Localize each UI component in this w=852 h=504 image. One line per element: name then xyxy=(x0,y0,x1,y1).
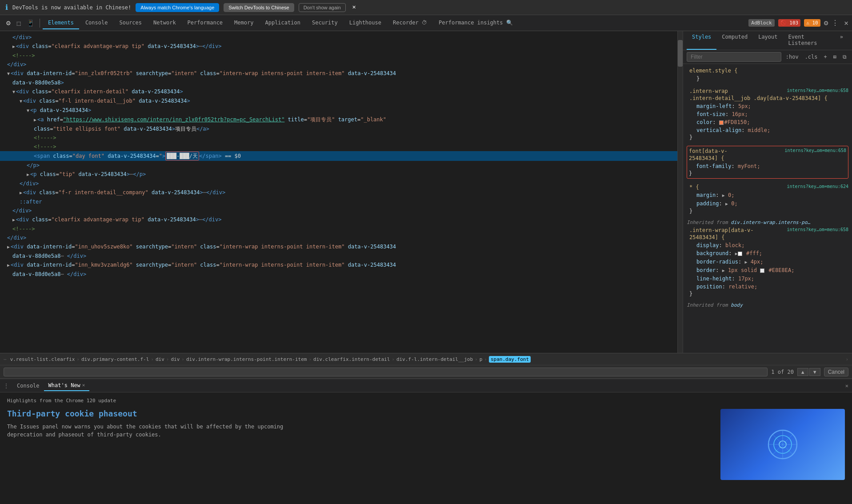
dont-show-button[interactable]: Don't show again xyxy=(299,3,346,12)
close-devtools-button[interactable]: ✕ xyxy=(844,19,848,27)
tab-application[interactable]: Application xyxy=(260,17,305,29)
inspect-icon[interactable]: ⬚ xyxy=(14,18,23,28)
dom-line[interactable]: ▼<div class="f-l intern-detail__job" dat… xyxy=(0,96,683,106)
tab-elements[interactable]: Elements xyxy=(43,17,79,29)
dom-line[interactable]: data-v-88d0e5a8⋯ </div> xyxy=(0,252,683,260)
article-text: Third-party cookie phaseout The Issues p… xyxy=(7,409,712,480)
source-link-font[interactable]: interns?key…om=menu:658 xyxy=(785,148,846,155)
search-next-button[interactable]: ▼ xyxy=(809,368,820,376)
tab-sources[interactable]: Sources xyxy=(114,17,147,29)
dom-line[interactable]: </div> xyxy=(0,33,683,42)
tab-event-listeners[interactable]: Event Listeners xyxy=(783,31,835,50)
tab-layout[interactable]: Layout xyxy=(753,31,783,50)
scrollbar-thumb[interactable] xyxy=(678,40,683,67)
dom-line[interactable]: <!----> xyxy=(0,51,683,60)
style-selector-intern-wrap[interactable]: .intern-wrap xyxy=(689,88,728,94)
color-swatch-e8e8ea[interactable] xyxy=(760,268,764,273)
tab-more[interactable]: » xyxy=(835,31,848,50)
filter-add[interactable]: + xyxy=(822,53,829,61)
dom-line[interactable]: ▼<div class="clearfix intern-detail" dat… xyxy=(0,87,683,96)
device-icon[interactable]: 📱 xyxy=(24,18,37,28)
inherited-label-1: Inherited from div.intern-wrap.interns-p… xyxy=(687,220,848,225)
tab-console-bottom[interactable]: Console xyxy=(12,381,44,391)
color-swatch[interactable] xyxy=(719,120,724,125)
dom-line[interactable]: </div> xyxy=(0,206,683,215)
dom-line[interactable]: ▶<div data-intern-id="inn_uhov5szwe8ko" … xyxy=(0,242,683,252)
dom-line[interactable]: ▼<p data-v-25483434> xyxy=(0,106,683,115)
source-link-iw2[interactable]: interns?key…om=menu:658 xyxy=(787,227,848,234)
filter-bar: :hov .cls + ⊞ ⧉ xyxy=(683,50,852,64)
tab-styles[interactable]: Styles xyxy=(687,31,716,50)
dom-line[interactable]: class="title ellipsis font" data-v-25483… xyxy=(0,124,683,133)
search-prev-button[interactable]: ▲ xyxy=(797,368,808,376)
style-selector-font[interactable]: font[data-v- xyxy=(689,148,728,154)
dom-line[interactable]: <!----> xyxy=(0,224,683,233)
filter-copy[interactable]: ⧉ xyxy=(841,53,848,61)
match-language-button[interactable]: Always match Chrome's language xyxy=(136,3,219,12)
dom-line-selected[interactable]: <span class="day font" data-v-25483434="… xyxy=(0,151,683,161)
close-notification-button[interactable]: ✕ xyxy=(350,4,358,10)
dom-line[interactable]: </div> xyxy=(0,60,683,69)
more-options-icon[interactable]: ⋮ xyxy=(832,19,839,27)
dom-line[interactable]: ▶<p class="tip" data-v-25483434>⋯</p> xyxy=(0,170,683,179)
style-selector-star[interactable]: * { xyxy=(689,184,699,190)
source-link[interactable]: interns?key…om=menu:658 xyxy=(787,88,848,95)
filter-cls[interactable]: .cls xyxy=(803,53,820,61)
tab-network[interactable]: Network xyxy=(148,17,181,29)
dom-scrollbar[interactable] xyxy=(677,31,683,353)
dom-line[interactable]: ▶<div class="f-r intern-detail__company"… xyxy=(0,188,683,197)
tab-lighthouse[interactable]: Lighthouse xyxy=(344,17,387,29)
dom-line[interactable]: data-v-88d0e5a8> xyxy=(0,78,683,87)
style-selector-intern-wrap2[interactable]: .intern-wrap[data-v- xyxy=(689,227,754,233)
console-menu-icon[interactable]: ⋮ xyxy=(4,383,9,389)
breadcrumb-more[interactable]: ⋯ xyxy=(4,356,7,362)
tab-whats-new[interactable]: What's New ✕ xyxy=(44,380,90,391)
tab-security[interactable]: Security xyxy=(307,17,343,29)
dom-line[interactable]: ▶<div data-intern-id="inn_kmv3vzamldg6" … xyxy=(0,260,683,270)
breadcrumb-next[interactable]: › xyxy=(845,356,848,362)
tab-memory[interactable]: Memory xyxy=(229,17,259,29)
source-link-star[interactable]: interns?key…om=menu:624 xyxy=(787,184,848,191)
tab-recorder[interactable]: Recorder ⏱ xyxy=(388,17,432,29)
dom-line[interactable]: </div> xyxy=(0,233,683,242)
dom-line[interactable]: ▶<a href="https://www.shixiseng.com/inte… xyxy=(0,115,683,124)
devtools-icon[interactable]: ⚙ xyxy=(4,17,13,29)
search-input[interactable]: day font xyxy=(4,368,768,376)
dom-line[interactable]: ▼<div data-intern-id="inn_zlx0fr052trb" … xyxy=(0,69,683,78)
dom-line[interactable]: data-v-88d0e5a8⋯ </div> xyxy=(0,270,683,279)
filter-input[interactable] xyxy=(687,52,781,62)
dom-line[interactable]: </div> xyxy=(0,179,683,188)
color-swatch-fff[interactable] xyxy=(738,252,742,256)
breadcrumb-item-intern-wrap[interactable]: div.intern-wrap.interns-point.intern-ite… xyxy=(186,356,307,362)
settings-icon[interactable]: ⚙ xyxy=(824,19,828,27)
breadcrumb-item-clearfix[interactable]: div.clearfix.intern-detail xyxy=(313,356,390,362)
article-title[interactable]: Third-party cookie phaseout xyxy=(7,409,712,418)
article-desc: The Issues panel now warns you about the… xyxy=(7,423,712,439)
dom-line[interactable]: <!----> xyxy=(0,133,683,142)
notification-bar: ℹ DevTools is now available in Chinese! … xyxy=(0,0,852,15)
close-console-panel-button[interactable]: ✕ xyxy=(845,383,848,389)
breadcrumb-item-result[interactable]: v.result-list.clearfix xyxy=(10,356,75,362)
article-image xyxy=(720,409,845,480)
cancel-search-button[interactable]: Cancel xyxy=(824,368,848,376)
tab-console[interactable]: Console xyxy=(80,17,113,29)
tab-performance-insights[interactable]: Performance insights 🔍 xyxy=(433,17,518,29)
dom-line[interactable]: ▶<div class="clearfix advantage-wrap tip… xyxy=(0,215,683,224)
filter-new-rule[interactable]: ⊞ xyxy=(832,53,838,61)
close-whats-new-button[interactable]: ✕ xyxy=(82,382,85,388)
breadcrumb-item-div2[interactable]: div xyxy=(171,356,180,362)
filter-hov[interactable]: :hov xyxy=(784,53,800,61)
dom-line[interactable]: </p> xyxy=(0,161,683,170)
dom-line[interactable]: ::after xyxy=(0,197,683,206)
dom-line[interactable]: ▶<div class="clearfix advantage-wrap tip… xyxy=(0,42,683,51)
dom-line[interactable]: <!----> xyxy=(0,142,683,151)
tab-computed[interactable]: Computed xyxy=(716,31,753,50)
breadcrumb-item-fl[interactable]: div.f-l.intern-detail__job xyxy=(396,356,473,362)
breadcrumb-item-primary[interactable]: div.primary-content.f-l xyxy=(81,356,149,362)
breadcrumb-item-p[interactable]: p xyxy=(480,356,483,362)
switch-chinese-button[interactable]: Switch DevTools to Chinese xyxy=(224,3,294,12)
breadcrumb-item-span-day-font[interactable]: span.day.font xyxy=(489,356,531,363)
breadcrumb-item-div1[interactable]: div xyxy=(156,356,164,362)
style-selector-detail: .intern-detail__job .day[data-v-25483434… xyxy=(689,95,848,101)
tab-performance[interactable]: Performance xyxy=(182,17,228,29)
